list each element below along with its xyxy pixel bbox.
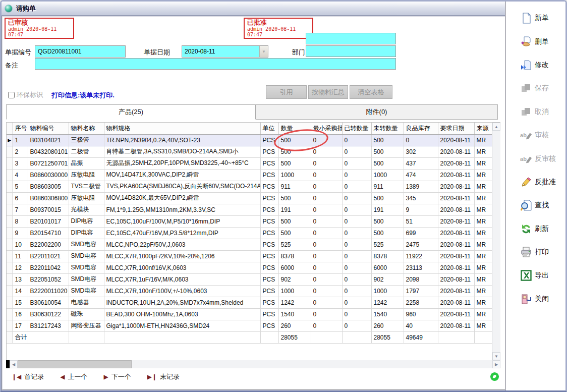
table-cell[interactable]: 6000 [371, 262, 404, 273]
table-row[interactable]: 16B30630122磁珠BEAD,300 OHM-100Mhz,1A,0603… [7, 308, 492, 320]
table-cell[interactable]: PCS [260, 239, 278, 250]
table-cell[interactable]: 260 [278, 320, 311, 331]
table-cell[interactable]: PCS [260, 320, 278, 331]
table-cell[interactable]: 11922 [404, 250, 438, 262]
table-cell[interactable]: PCS [260, 308, 278, 320]
table-cell[interactable]: MLCC,X7R,1uF/16V,M/K,0603 [104, 273, 260, 285]
table-cell[interactable]: SMD电容 [69, 250, 104, 262]
sidebar-button-save[interactable]: 保存 [506, 77, 565, 100]
table-row[interactable]: 13B22051052SMD电容MLCC,X7R,1uF/16V,M/K,060… [7, 273, 492, 285]
prev-record-button[interactable]: ◀ 上一个 [60, 372, 87, 381]
table-cell[interactable]: 网络变压器 [69, 320, 104, 331]
table-cell[interactable]: PCS [260, 204, 278, 215]
table-cell[interactable]: MR [474, 262, 492, 273]
table-row[interactable]: 6B0860306800压敏电阻MOV,14D820K,最大65V,DIP2,瞬… [7, 192, 492, 204]
table-cell[interactable]: 525 [278, 239, 311, 250]
table-cell[interactable]: 电感器 [69, 297, 104, 308]
table-cell[interactable]: MOV,14D471K,300VAC,DIP2,瞬雷 [104, 169, 260, 181]
table-cell[interactable]: DIP电容 [69, 215, 104, 227]
table-cell[interactable]: 合计 [13, 331, 28, 343]
table-cell[interactable]: 14 [13, 285, 28, 297]
table-cell[interactable]: 0 [311, 308, 342, 320]
sidebar-button-refresh[interactable]: 刷新 [506, 217, 565, 241]
table-cell[interactable]: 0 [311, 134, 342, 146]
table-cell[interactable]: TVS,PKA60CA(SMDJ60CA),反向关断60V,SMC(DO-214… [104, 181, 260, 192]
table-cell[interactable]: B22051052 [28, 273, 69, 285]
table-cell[interactable]: PCS [260, 227, 278, 239]
table-cell[interactable]: 500 [278, 192, 311, 204]
table-cell[interactable]: 0 [311, 239, 342, 250]
first-record-button[interactable]: ❙◀ 首记录 [12, 372, 44, 381]
table-cell[interactable] [342, 331, 371, 343]
quote-button[interactable]: 引用 [266, 85, 307, 99]
table-cell[interactable]: PCS [260, 250, 278, 262]
table-cell[interactable] [438, 331, 474, 343]
scroll-up-icon[interactable]: ▲ [492, 123, 500, 131]
scroll-left-icon[interactable]: ◀ [10, 360, 18, 368]
next-record-button[interactable]: ▶ 下一个 [104, 372, 131, 381]
table-cell[interactable]: 0 [342, 262, 371, 273]
table-row[interactable]: 合计280552805549649 [7, 331, 492, 343]
table-cell[interactable]: 1000 [278, 285, 311, 297]
table-cell[interactable]: 49649 [404, 331, 438, 343]
table-row[interactable]: 10B22002200SMD电容MLCC,NPO,22pF/50V,J,0603… [7, 239, 492, 250]
table-cell[interactable]: 13 [13, 273, 28, 285]
table-row[interactable]: 12B22011042SMD电容MLCC,X7R,100nf/16V,K,060… [7, 262, 492, 273]
table-cell[interactable]: 2020-08-11 [438, 192, 474, 204]
table-cell[interactable]: 2020-08-11 [438, 320, 474, 331]
table-cell[interactable]: MR [474, 239, 492, 250]
table-cell[interactable]: 0 [311, 297, 342, 308]
splitter-handle[interactable] [6, 360, 10, 368]
table-cell[interactable]: 17 [13, 320, 28, 331]
table-row[interactable]: 3B0721250701晶振无源晶振,25MHZ,20PF,10PPM,SMD3… [7, 157, 492, 169]
tab-products[interactable]: 产品(25) [6, 104, 256, 120]
table-cell[interactable]: 1242 [371, 297, 404, 308]
table-cell[interactable]: SMD电容 [69, 273, 104, 285]
table-cell[interactable]: 三极管 [69, 134, 104, 146]
table-cell[interactable]: 302 [404, 146, 438, 157]
table-cell[interactable]: 500 [278, 157, 311, 169]
table-cell[interactable]: MLCC,X7R,100nf/16V,K,0603 [104, 262, 260, 273]
table-row[interactable]: 4B0860030000压敏电阻MOV,14D471K,300VAC,DIP2,… [7, 169, 492, 181]
table-cell[interactable]: 0 [342, 134, 371, 146]
table-cell[interactable]: 0 [342, 308, 371, 320]
table-cell[interactable]: 28055 [371, 331, 404, 343]
table-cell[interactable]: 960 [404, 308, 438, 320]
sidebar-button-cancel[interactable]: 取消 [506, 100, 565, 124]
table-cell[interactable]: 0 [342, 227, 371, 239]
table-cell[interactable]: B31217243 [28, 320, 69, 331]
table-cell[interactable]: MR [474, 250, 492, 262]
table-cell[interactable]: 2020-08-11 [438, 134, 474, 146]
table-cell[interactable]: DIP电容 [69, 227, 104, 239]
table-cell[interactable]: 260 [371, 320, 404, 331]
table-cell[interactable]: 0 [311, 250, 342, 262]
table-cell[interactable]: MR [474, 181, 492, 192]
table-cell[interactable]: B0860306800 [28, 192, 69, 204]
summarize-by-material-button[interactable]: 按物料汇总 [308, 85, 348, 99]
table-cell[interactable]: 23113 [404, 262, 438, 273]
table-cell[interactable]: 0 [311, 146, 342, 157]
table-cell[interactable]: 0 [342, 215, 371, 227]
table-cell[interactable]: B30610054 [28, 297, 69, 308]
table-cell[interactable]: PCS [260, 192, 278, 204]
eco-checkbox[interactable] [8, 92, 15, 98]
table-cell[interactable]: MR [474, 320, 492, 331]
table-cell[interactable]: B22002200 [28, 239, 69, 250]
table-cell[interactable]: MLCC,X7R,100nF/100V,+/-10%,0603 [104, 285, 260, 297]
table-cell[interactable]: 500 [278, 146, 311, 157]
table-cell[interactable]: INDUCTOR,10UH,2A,20%,SMD7x7x4mm,Shelded [104, 297, 260, 308]
table-cell[interactable]: 437 [404, 157, 438, 169]
table-cell[interactable]: 二极管 [69, 146, 104, 157]
doc-date-select[interactable]: 2020-08-11 ▼ [182, 45, 268, 58]
table-cell[interactable]: 16 [13, 308, 28, 320]
table-cell[interactable]: 1 [13, 134, 28, 146]
table-cell[interactable]: 5 [13, 181, 28, 192]
table-cell[interactable]: 500 [371, 146, 404, 157]
table-cell[interactable]: 0 [342, 146, 371, 157]
table-cell[interactable]: 0 [311, 204, 342, 215]
table-cell[interactable]: MOV,14D820K,最大65V,DIP2,瞬雷 [104, 192, 260, 204]
table-cell[interactable]: 2475 [404, 239, 438, 250]
table-cell[interactable]: 345 [404, 192, 438, 204]
vertical-scrollbar[interactable]: ▲ ▼ [492, 123, 500, 360]
table-cell[interactable]: 9 [13, 227, 28, 239]
